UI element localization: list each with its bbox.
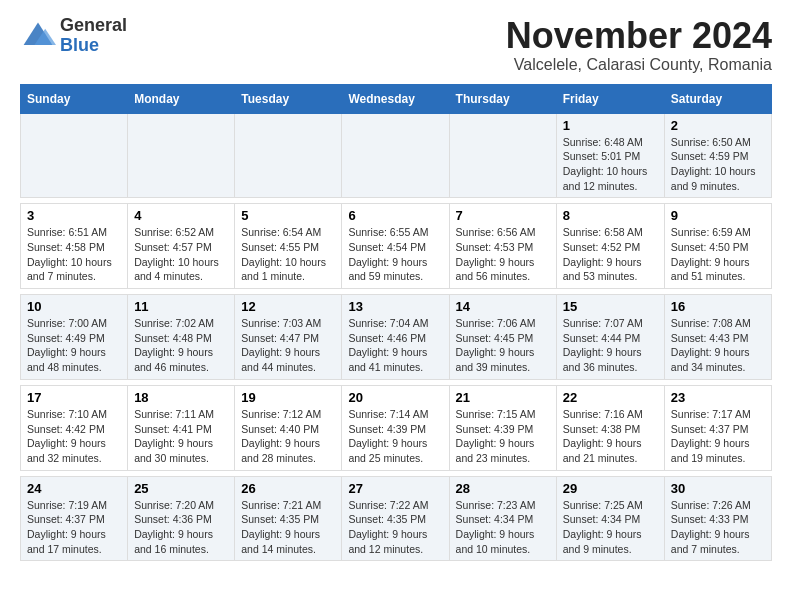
day-info: Sunrise: 7:06 AM Sunset: 4:45 PM Dayligh… — [456, 316, 550, 375]
logo-blue: Blue — [60, 36, 127, 56]
table-row: 12Sunrise: 7:03 AM Sunset: 4:47 PM Dayli… — [235, 295, 342, 380]
day-info: Sunrise: 7:12 AM Sunset: 4:40 PM Dayligh… — [241, 407, 335, 466]
day-number: 28 — [456, 481, 550, 496]
table-row: 8Sunrise: 6:58 AM Sunset: 4:52 PM Daylig… — [556, 204, 664, 289]
day-number: 6 — [348, 208, 442, 223]
day-info: Sunrise: 6:56 AM Sunset: 4:53 PM Dayligh… — [456, 225, 550, 284]
day-number: 24 — [27, 481, 121, 496]
calendar-table: Sunday Monday Tuesday Wednesday Thursday… — [20, 84, 772, 562]
table-row: 2Sunrise: 6:50 AM Sunset: 4:59 PM Daylig… — [664, 113, 771, 198]
table-row: 22Sunrise: 7:16 AM Sunset: 4:38 PM Dayli… — [556, 385, 664, 470]
page: General Blue November 2024 Valcelele, Ca… — [0, 0, 792, 577]
day-number: 12 — [241, 299, 335, 314]
header-tuesday: Tuesday — [235, 84, 342, 113]
day-number: 14 — [456, 299, 550, 314]
day-number: 30 — [671, 481, 765, 496]
day-info: Sunrise: 7:22 AM Sunset: 4:35 PM Dayligh… — [348, 498, 442, 557]
header-friday: Friday — [556, 84, 664, 113]
day-number: 4 — [134, 208, 228, 223]
table-row — [449, 113, 556, 198]
day-info: Sunrise: 7:25 AM Sunset: 4:34 PM Dayligh… — [563, 498, 658, 557]
calendar-week-row: 17Sunrise: 7:10 AM Sunset: 4:42 PM Dayli… — [21, 385, 772, 470]
logo: General Blue — [20, 16, 127, 56]
day-number: 15 — [563, 299, 658, 314]
day-number: 9 — [671, 208, 765, 223]
table-row: 18Sunrise: 7:11 AM Sunset: 4:41 PM Dayli… — [128, 385, 235, 470]
day-info: Sunrise: 7:02 AM Sunset: 4:48 PM Dayligh… — [134, 316, 228, 375]
logo-general: General — [60, 16, 127, 36]
table-row: 5Sunrise: 6:54 AM Sunset: 4:55 PM Daylig… — [235, 204, 342, 289]
page-title: November 2024 — [506, 16, 772, 56]
table-row: 20Sunrise: 7:14 AM Sunset: 4:39 PM Dayli… — [342, 385, 449, 470]
day-info: Sunrise: 7:26 AM Sunset: 4:33 PM Dayligh… — [671, 498, 765, 557]
day-info: Sunrise: 7:07 AM Sunset: 4:44 PM Dayligh… — [563, 316, 658, 375]
calendar-week-row: 3Sunrise: 6:51 AM Sunset: 4:58 PM Daylig… — [21, 204, 772, 289]
table-row: 7Sunrise: 6:56 AM Sunset: 4:53 PM Daylig… — [449, 204, 556, 289]
day-info: Sunrise: 7:16 AM Sunset: 4:38 PM Dayligh… — [563, 407, 658, 466]
table-row: 1Sunrise: 6:48 AM Sunset: 5:01 PM Daylig… — [556, 113, 664, 198]
day-info: Sunrise: 7:19 AM Sunset: 4:37 PM Dayligh… — [27, 498, 121, 557]
table-row: 4Sunrise: 6:52 AM Sunset: 4:57 PM Daylig… — [128, 204, 235, 289]
day-number: 13 — [348, 299, 442, 314]
day-info: Sunrise: 7:14 AM Sunset: 4:39 PM Dayligh… — [348, 407, 442, 466]
day-info: Sunrise: 6:59 AM Sunset: 4:50 PM Dayligh… — [671, 225, 765, 284]
table-row: 3Sunrise: 6:51 AM Sunset: 4:58 PM Daylig… — [21, 204, 128, 289]
day-number: 18 — [134, 390, 228, 405]
calendar-header-row: Sunday Monday Tuesday Wednesday Thursday… — [21, 84, 772, 113]
day-info: Sunrise: 7:21 AM Sunset: 4:35 PM Dayligh… — [241, 498, 335, 557]
day-info: Sunrise: 7:00 AM Sunset: 4:49 PM Dayligh… — [27, 316, 121, 375]
day-number: 19 — [241, 390, 335, 405]
day-number: 21 — [456, 390, 550, 405]
day-info: Sunrise: 7:23 AM Sunset: 4:34 PM Dayligh… — [456, 498, 550, 557]
table-row: 28Sunrise: 7:23 AM Sunset: 4:34 PM Dayli… — [449, 476, 556, 561]
day-number: 8 — [563, 208, 658, 223]
day-number: 7 — [456, 208, 550, 223]
day-info: Sunrise: 6:54 AM Sunset: 4:55 PM Dayligh… — [241, 225, 335, 284]
table-row: 23Sunrise: 7:17 AM Sunset: 4:37 PM Dayli… — [664, 385, 771, 470]
table-row: 26Sunrise: 7:21 AM Sunset: 4:35 PM Dayli… — [235, 476, 342, 561]
day-number: 2 — [671, 118, 765, 133]
header-thursday: Thursday — [449, 84, 556, 113]
day-info: Sunrise: 6:55 AM Sunset: 4:54 PM Dayligh… — [348, 225, 442, 284]
logo-icon — [20, 18, 56, 54]
table-row: 15Sunrise: 7:07 AM Sunset: 4:44 PM Dayli… — [556, 295, 664, 380]
header-monday: Monday — [128, 84, 235, 113]
day-info: Sunrise: 7:17 AM Sunset: 4:37 PM Dayligh… — [671, 407, 765, 466]
table-row: 10Sunrise: 7:00 AM Sunset: 4:49 PM Dayli… — [21, 295, 128, 380]
table-row — [235, 113, 342, 198]
day-number: 10 — [27, 299, 121, 314]
table-row — [128, 113, 235, 198]
table-row: 27Sunrise: 7:22 AM Sunset: 4:35 PM Dayli… — [342, 476, 449, 561]
day-number: 27 — [348, 481, 442, 496]
table-row: 14Sunrise: 7:06 AM Sunset: 4:45 PM Dayli… — [449, 295, 556, 380]
day-number: 22 — [563, 390, 658, 405]
day-info: Sunrise: 7:10 AM Sunset: 4:42 PM Dayligh… — [27, 407, 121, 466]
day-info: Sunrise: 7:15 AM Sunset: 4:39 PM Dayligh… — [456, 407, 550, 466]
calendar-week-row: 10Sunrise: 7:00 AM Sunset: 4:49 PM Dayli… — [21, 295, 772, 380]
day-info: Sunrise: 6:58 AM Sunset: 4:52 PM Dayligh… — [563, 225, 658, 284]
header: General Blue November 2024 Valcelele, Ca… — [20, 16, 772, 74]
table-row — [342, 113, 449, 198]
table-row: 24Sunrise: 7:19 AM Sunset: 4:37 PM Dayli… — [21, 476, 128, 561]
calendar-week-row: 24Sunrise: 7:19 AM Sunset: 4:37 PM Dayli… — [21, 476, 772, 561]
table-row: 21Sunrise: 7:15 AM Sunset: 4:39 PM Dayli… — [449, 385, 556, 470]
day-number: 11 — [134, 299, 228, 314]
day-number: 1 — [563, 118, 658, 133]
day-info: Sunrise: 6:48 AM Sunset: 5:01 PM Dayligh… — [563, 135, 658, 194]
day-number: 25 — [134, 481, 228, 496]
day-number: 17 — [27, 390, 121, 405]
day-number: 20 — [348, 390, 442, 405]
day-number: 29 — [563, 481, 658, 496]
table-row: 19Sunrise: 7:12 AM Sunset: 4:40 PM Dayli… — [235, 385, 342, 470]
day-info: Sunrise: 7:08 AM Sunset: 4:43 PM Dayligh… — [671, 316, 765, 375]
day-info: Sunrise: 6:50 AM Sunset: 4:59 PM Dayligh… — [671, 135, 765, 194]
day-info: Sunrise: 7:03 AM Sunset: 4:47 PM Dayligh… — [241, 316, 335, 375]
page-subtitle: Valcelele, Calarasi County, Romania — [506, 56, 772, 74]
title-block: November 2024 Valcelele, Calarasi County… — [506, 16, 772, 74]
day-number: 23 — [671, 390, 765, 405]
table-row: 16Sunrise: 7:08 AM Sunset: 4:43 PM Dayli… — [664, 295, 771, 380]
header-saturday: Saturday — [664, 84, 771, 113]
table-row: 17Sunrise: 7:10 AM Sunset: 4:42 PM Dayli… — [21, 385, 128, 470]
table-row — [21, 113, 128, 198]
table-row: 11Sunrise: 7:02 AM Sunset: 4:48 PM Dayli… — [128, 295, 235, 380]
